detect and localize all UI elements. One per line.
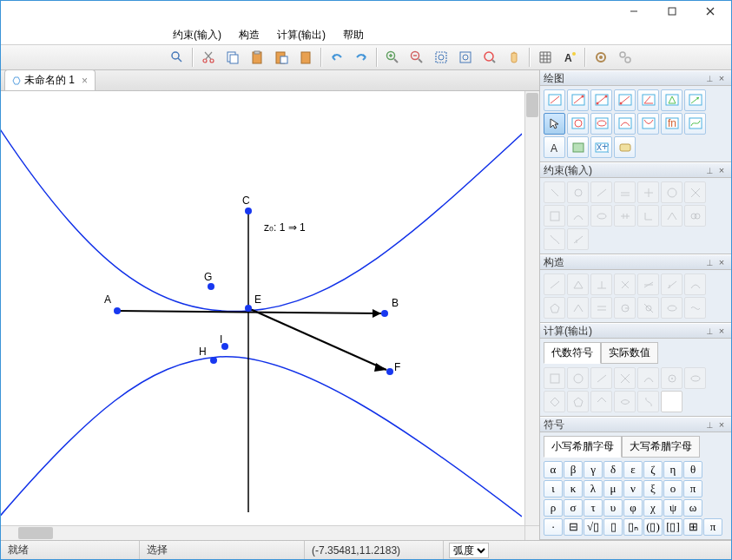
symbol-(▯)[interactable]: (▯): [643, 518, 663, 536]
tool-segment[interactable]: [590, 89, 612, 111]
panel-title: 绘图: [544, 71, 703, 86]
symbol-υ[interactable]: υ: [603, 499, 623, 517]
panel-close-icon[interactable]: ×: [716, 164, 728, 176]
pan-icon[interactable]: [503, 46, 525, 69]
tool-expr[interactable]: x+y: [590, 136, 612, 158]
symbol-ι[interactable]: ι: [544, 480, 563, 497]
symbol-γ[interactable]: γ: [584, 461, 603, 478]
status-unit-select[interactable]: 弧度: [444, 543, 494, 558]
symbol-ψ[interactable]: ψ: [663, 499, 683, 517]
tool-arc[interactable]: [614, 113, 636, 135]
zoom-reset-icon[interactable]: [478, 46, 501, 69]
tool-point[interactable]: [544, 89, 565, 111]
symbol-ε[interactable]: ε: [623, 461, 643, 478]
symbol-ξ[interactable]: ξ: [643, 480, 663, 497]
symbol-ω[interactable]: ω: [683, 499, 702, 517]
tool-conic[interactable]: [637, 113, 659, 135]
search-icon[interactable]: [166, 46, 188, 69]
copy-icon[interactable]: [221, 46, 244, 69]
symbol-α[interactable]: α: [544, 461, 563, 478]
panel-close-icon[interactable]: ×: [716, 325, 728, 337]
zoom-rect-icon[interactable]: [430, 46, 452, 69]
menu-help[interactable]: 帮助: [336, 26, 371, 44]
vertical-scrollbar[interactable]: [524, 91, 539, 525]
symbol-ν[interactable]: ν: [623, 480, 643, 497]
grid-icon[interactable]: [534, 46, 557, 69]
tool-locus[interactable]: [684, 113, 706, 135]
symbol-ζ[interactable]: ζ: [643, 461, 663, 478]
symbol-[▯][interactable]: [▯]: [663, 518, 683, 536]
gears-icon[interactable]: [614, 46, 636, 69]
tab-lowercase-greek[interactable]: 小写希腊字母: [544, 436, 622, 458]
symbol-θ[interactable]: θ: [683, 461, 702, 478]
tab-algebraic[interactable]: 代数符号: [544, 342, 601, 364]
tool-polygon[interactable]: [661, 89, 683, 111]
symbol-β[interactable]: β: [564, 461, 583, 478]
pin-icon[interactable]: ⟂: [703, 72, 716, 84]
undo-icon[interactable]: [326, 46, 348, 69]
panel-close-icon[interactable]: ×: [716, 418, 728, 431]
tool-ellipse[interactable]: [590, 113, 612, 135]
tool-text[interactable]: A: [544, 136, 565, 158]
paste-special-icon[interactable]: [270, 46, 293, 69]
symbol-π[interactable]: π: [683, 480, 702, 497]
symbol-σ[interactable]: σ: [564, 499, 583, 517]
unit-dropdown[interactable]: 弧度: [449, 543, 489, 558]
pin-icon[interactable]: ⟂: [703, 256, 716, 268]
cut-icon[interactable]: [197, 46, 220, 69]
redo-icon[interactable]: [350, 46, 373, 69]
symbol-ρ[interactable]: ρ: [544, 499, 563, 517]
tab-close-icon[interactable]: ×: [82, 75, 88, 87]
menu-constraint[interactable]: 约束(输入): [166, 26, 228, 44]
tool-angle[interactable]: [637, 89, 659, 111]
minimize-button[interactable]: [615, 1, 653, 22]
symbol-τ[interactable]: τ: [584, 499, 603, 517]
tool-ray[interactable]: [614, 89, 636, 111]
symbol-κ[interactable]: κ: [564, 480, 583, 497]
symbol-μ[interactable]: μ: [603, 480, 623, 497]
symbol-⊞[interactable]: ⊞: [683, 518, 702, 536]
zoom-fit-icon[interactable]: [454, 46, 477, 69]
document-tab[interactable]: 未命名的 1 ×: [4, 69, 96, 90]
symbol-π[interactable]: π: [703, 518, 722, 536]
pin-icon[interactable]: ⟂: [703, 418, 716, 431]
tool-select[interactable]: [544, 113, 565, 135]
drawing-canvas[interactable]: C A B E F G H I z₀: 1 ⇒ 1: [1, 91, 539, 540]
clipboard-icon[interactable]: [294, 46, 317, 69]
maximize-button[interactable]: [653, 1, 691, 22]
tool-image[interactable]: [567, 136, 589, 158]
close-button[interactable]: [691, 1, 729, 22]
symbol-φ[interactable]: φ: [623, 499, 643, 517]
tool-func[interactable]: fn: [661, 113, 683, 135]
tool-button[interactable]: [614, 136, 636, 158]
construct-tool: [637, 297, 659, 319]
menu-construct[interactable]: 构造: [232, 26, 267, 44]
symbol-δ[interactable]: δ: [603, 461, 623, 478]
tool-line[interactable]: [567, 89, 589, 111]
tool-circle[interactable]: [567, 113, 589, 135]
symbol-√▯[interactable]: √▯: [584, 518, 603, 536]
svg-rect-68: [619, 95, 631, 105]
pin-icon[interactable]: ⟂: [703, 325, 716, 337]
horizontal-scrollbar[interactable]: [1, 525, 524, 540]
tool-vector[interactable]: [684, 89, 706, 111]
symbol-ο[interactable]: ο: [663, 480, 683, 497]
gear-icon[interactable]: [590, 46, 612, 69]
zoom-in-icon[interactable]: [381, 46, 404, 69]
symbol-▯ₙ[interactable]: ▯ₙ: [623, 518, 643, 536]
panel-close-icon[interactable]: ×: [716, 256, 728, 268]
symbol-⊟[interactable]: ⊟: [564, 518, 583, 536]
pin-icon[interactable]: ⟂: [703, 164, 716, 176]
symbol-λ[interactable]: λ: [584, 480, 603, 497]
symbol-χ[interactable]: χ: [643, 499, 663, 517]
zoom-out-icon[interactable]: [406, 46, 428, 69]
paste-icon[interactable]: [246, 46, 268, 69]
symbol-▯[interactable]: ▯: [603, 518, 623, 536]
panel-close-icon[interactable]: ×: [716, 72, 728, 84]
tab-numeric[interactable]: 实际数值: [601, 342, 658, 364]
tab-uppercase-greek[interactable]: 大写希腊字母: [622, 436, 700, 458]
symbol-η[interactable]: η: [663, 461, 683, 478]
label-icon[interactable]: A: [558, 46, 581, 69]
symbol-·[interactable]: ·: [544, 518, 563, 536]
menu-compute[interactable]: 计算(输出): [270, 26, 333, 44]
